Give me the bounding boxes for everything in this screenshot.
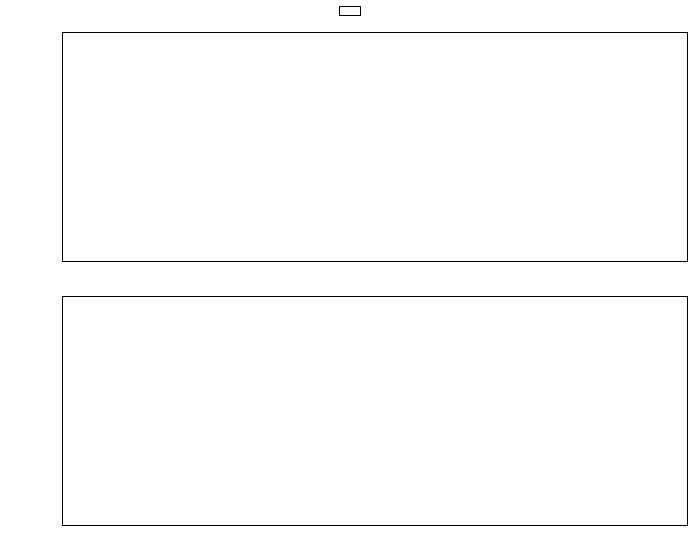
figure xyxy=(0,0,700,560)
subplot-cos xyxy=(62,296,688,526)
line-plot-cos xyxy=(62,296,362,446)
figure-title xyxy=(339,6,361,16)
subplot-sin xyxy=(62,32,688,262)
line-plot-sin xyxy=(62,32,362,182)
